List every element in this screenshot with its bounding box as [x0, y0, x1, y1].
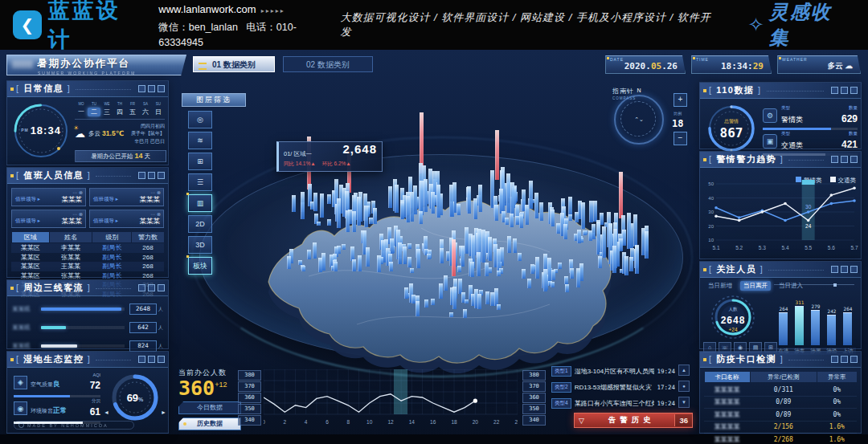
map-bar	[407, 243, 411, 249]
duty-card[interactable]: 值班领导⋯ ⊗某某某	[11, 210, 86, 228]
arrow-left-icon[interactable]: ◄	[104, 409, 109, 415]
logo-icon: ❮	[13, 10, 42, 39]
expand-icon[interactable]	[158, 85, 165, 92]
leaf-icon: ◈	[14, 376, 27, 389]
mode-2d-button[interactable]: 2D	[188, 215, 212, 233]
duty-card[interactable]: 值班领导⋯ ⊗某某某	[11, 188, 86, 206]
svg-text:5.5: 5.5	[805, 245, 812, 251]
checkpoint-table-header[interactable]: 卡口名称异常/已检测异常率	[704, 372, 857, 382]
zoom-in-button[interactable]: +	[674, 93, 687, 107]
tab-data-category-2[interactable]: 02 数据类别	[283, 56, 373, 72]
expand-icon[interactable]	[850, 356, 858, 363]
map-bar	[449, 185, 453, 217]
map-bar	[518, 253, 522, 262]
barchart-icon[interactable]: ▥	[188, 194, 212, 212]
bar[interactable]	[795, 306, 804, 345]
alert-item[interactable]: 类型4 某路口有小汽车连闯三个红灯 19:24	[551, 397, 675, 409]
scroll-down-icon[interactable]: ▼	[678, 397, 690, 408]
date-label: DATE	[610, 57, 624, 62]
today-data-button[interactable]: 今日数据	[178, 401, 241, 414]
map-bar-alert	[619, 172, 623, 218]
corner-accent	[10, 88, 14, 91]
minimize-icon[interactable]	[831, 87, 838, 94]
map-3d-zone[interactable]	[191, 124, 691, 397]
panel-passenger-flow: 周边三线客流 某某线 2648人 某某线 642人 某某线 824人	[6, 279, 169, 349]
expand-icon[interactable]	[158, 284, 165, 291]
table-row[interactable]: 某某某某0/3110%	[704, 384, 857, 397]
map-bar	[624, 256, 628, 275]
minimize-icon[interactable]	[138, 172, 145, 179]
map-bar-alert	[452, 239, 456, 276]
window-icon[interactable]	[148, 356, 155, 363]
dashboard: 暑期办公协作平台 SUMMER WORKING PLATFORM 01 数据类别…	[0, 50, 868, 444]
expand-icon[interactable]	[850, 266, 858, 273]
table-row[interactable]: 某某某某0/890%	[704, 397, 857, 409]
scroll-dot-icon[interactable]: ●	[678, 381, 690, 392]
minimize-icon[interactable]	[831, 356, 838, 363]
mini-slider[interactable]	[774, 284, 854, 285]
table-row[interactable]: 某某某某2/1561.6%	[704, 422, 857, 434]
duty-card[interactable]: 值班领导⋯ ⊗某某某	[89, 188, 164, 206]
tab-new-today[interactable]: 当日新增	[705, 281, 735, 291]
map-bar	[499, 189, 503, 214]
tab-left-today[interactable]: 当日离开	[740, 281, 771, 291]
table-row[interactable]: 某某某某2/2681.6%	[704, 434, 857, 444]
collect-button[interactable]: ✧ 灵感收集	[748, 0, 853, 51]
map-bar	[577, 230, 581, 243]
minimize-icon[interactable]	[831, 266, 838, 273]
tab-data-category-1[interactable]: 01 数据类别	[193, 56, 275, 72]
window-icon[interactable]	[841, 266, 848, 273]
expand-icon[interactable]	[850, 87, 858, 94]
minimize-icon[interactable]	[138, 284, 145, 291]
window-icon[interactable]	[148, 85, 155, 92]
minimize-icon[interactable]	[831, 156, 838, 163]
alert-item[interactable]: 类型2 RD13-53烟感报警疑似火灾 17:24	[551, 381, 675, 393]
duty-table-header[interactable]: 区域姓名级别警力数	[11, 232, 164, 242]
signal-icon[interactable]: ≋	[188, 132, 212, 149]
window-icon[interactable]	[841, 356, 848, 363]
window-icon[interactable]	[148, 172, 155, 179]
alarm-icon: ⚙	[763, 108, 777, 123]
website-link[interactable]: www.lanlanwork.com	[158, 3, 256, 15]
bar[interactable]	[779, 312, 788, 345]
map-bar	[321, 253, 326, 271]
expand-icon[interactable]	[850, 156, 858, 163]
table-row[interactable]: 某某区李某某副局长268	[11, 243, 164, 253]
window-icon[interactable]	[148, 284, 155, 291]
history-data-button[interactable]: 历史数据	[178, 418, 241, 430]
arrow-right-icon[interactable]: ►	[161, 409, 166, 415]
map-bar	[583, 230, 587, 236]
map-bar	[436, 185, 440, 218]
camera-icon[interactable]: ◎	[188, 111, 212, 128]
mode-block-button[interactable]: 板块	[188, 257, 212, 275]
window-icon[interactable]	[841, 156, 848, 163]
compass-dial[interactable]: N ⌃⌄	[614, 95, 664, 145]
duty-card[interactable]: 值班领导⋯ ⊗某某某	[89, 210, 164, 228]
scroll-up-icon[interactable]: ▲	[678, 365, 690, 376]
tab-entered-today[interactable]: 当日进入	[776, 281, 806, 291]
map-bar	[424, 179, 428, 212]
mode-3d-button[interactable]: 3D	[188, 236, 212, 254]
map-bar	[519, 214, 523, 228]
expand-icon[interactable]	[158, 172, 165, 179]
minimize-icon[interactable]	[138, 356, 145, 363]
map-bar	[352, 211, 356, 232]
bar[interactable]	[811, 310, 820, 345]
cluster-icon[interactable]: ⊞	[188, 153, 212, 170]
flow-row: 某某线 2648人	[12, 303, 163, 315]
expand-icon[interactable]	[158, 356, 165, 363]
layer-filter-panel: 图层筛选 ◎ ≋ ⊞ ☰ ▥ 2D 3D 板块	[182, 93, 246, 278]
list-icon[interactable]: ☰	[188, 173, 212, 191]
minimize-icon[interactable]	[138, 85, 145, 92]
alert-history-button[interactable]: ▽ 告警历史 36	[574, 413, 693, 428]
window-icon[interactable]	[841, 87, 848, 94]
zoom-out-button[interactable]: −	[674, 132, 687, 145]
bar[interactable]	[843, 312, 852, 345]
map-bar	[346, 210, 350, 232]
alert-item[interactable]: 类型1 湿地3-104片区有不明人员闯入 19:24	[551, 365, 675, 377]
map-bar	[420, 181, 424, 215]
table-row[interactable]: 某某区张某某副局长268	[11, 253, 164, 263]
table-row[interactable]: 某某某某0/890%	[704, 409, 857, 422]
table-row[interactable]: 某某区王某某副局长268	[11, 262, 164, 271]
bar[interactable]	[827, 315, 836, 345]
